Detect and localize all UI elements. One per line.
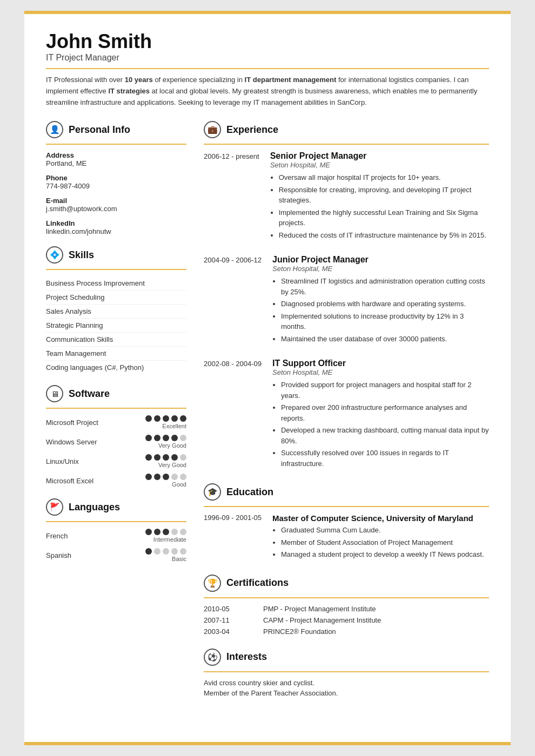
email-item: E-mail j.smith@uptowork.com — [46, 197, 186, 213]
rating-block: Intermediate — [145, 529, 186, 543]
rating-dots — [145, 435, 186, 441]
briefcase-icon: 💼 — [204, 121, 221, 138]
education-divider — [204, 506, 489, 507]
languages-divider — [46, 521, 186, 522]
rating-block: Very Good — [145, 454, 186, 468]
interests-divider — [204, 671, 489, 672]
exp-company: Seton Hospital, ME — [272, 265, 489, 273]
exp-bullet: Reduced the costs of IT infrastructure m… — [279, 230, 489, 241]
exp-company: Seton Hospital, ME — [270, 161, 489, 169]
exp-bullet: Maintained the user database of over 300… — [281, 334, 489, 345]
skills-section: 💠 Skills Business Process ImprovementPro… — [46, 246, 186, 374]
software-name: Microsoft Project — [46, 418, 105, 427]
certifications-divider — [204, 597, 489, 598]
software-list: Microsoft ProjectExcellentWindows Server… — [46, 415, 186, 488]
languages-section: 🚩 Languages FrenchIntermediateSpanishBas… — [46, 498, 186, 562]
exp-content: IT Support OfficerSeton Hospital, MEProv… — [272, 359, 489, 470]
skill-item: Project Scheduling — [46, 291, 186, 305]
exp-title: Senior Project Manager — [270, 151, 489, 161]
cert-date: 2003-04 — [204, 627, 252, 636]
language-name: Spanish — [46, 551, 105, 559]
exp-title: Junior Project Manager — [272, 255, 489, 265]
rating-block: Very Good — [145, 435, 186, 449]
rating-dots — [145, 548, 186, 555]
interest-item: Member of the Parent Teacher Association… — [204, 689, 489, 697]
skills-icon: 💠 — [46, 246, 63, 264]
education-section: 🎓 Education 1996-09 - 2001-05Master of C… — [204, 483, 489, 562]
cert-text: CAPM - Project Management Institute — [263, 616, 381, 624]
exp-bullet: Developed a new tracking dashboard, cutt… — [281, 425, 489, 446]
rating-dot — [180, 474, 186, 480]
rating-dot — [180, 529, 186, 535]
personal-info-title: Personal Info — [69, 124, 130, 136]
address-item: Address Portland, ME — [46, 151, 186, 167]
skill-item: Sales Analysis — [46, 305, 186, 319]
edu-bullets: Graduated Summa Cum Laude.Member of Stud… — [272, 525, 489, 560]
certifications-heading: 🏆 Certifications — [204, 575, 489, 592]
two-column-layout: 👤 Personal Info Address Portland, ME Pho… — [46, 121, 489, 710]
certification-entry: 2010-05PMP - Project Management Institut… — [204, 605, 489, 613]
rating-dot — [171, 454, 178, 461]
email-value: j.smith@uptowork.com — [46, 205, 186, 213]
skills-heading: 💠 Skills — [46, 246, 186, 264]
rating-dot — [145, 415, 152, 422]
education-entry: 1996-09 - 2001-05Master of Computer Scie… — [204, 514, 489, 562]
candidate-name: John Smith — [46, 30, 489, 53]
rating-block: Excellent — [145, 415, 186, 429]
cert-text: PRINCE2® Foundation — [263, 627, 336, 636]
linkedin-label: LinkedIn — [46, 219, 186, 227]
edu-bullet: Member of Student Association of Project… — [281, 537, 489, 548]
software-name: Linux/Unix — [46, 457, 105, 465]
rating-dot — [180, 435, 186, 441]
interests-heading: ⚽ Interests — [204, 649, 489, 666]
experience-entry: 2006-12 - presentSenior Project ManagerS… — [204, 151, 489, 242]
exp-bullet: Responsible for creating, improving, and… — [279, 185, 489, 206]
rating-dot — [171, 474, 178, 480]
header-divider — [46, 68, 489, 69]
cert-date: 2010-05 — [204, 605, 252, 613]
rating-dot — [163, 415, 169, 422]
certification-entry: 2003-04PRINCE2® Foundation — [204, 627, 489, 636]
exp-date: 2004-09 - 2006-12 — [204, 255, 262, 346]
email-label: E-mail — [46, 197, 186, 205]
experience-list: 2006-12 - presentSenior Project ManagerS… — [204, 151, 489, 470]
exp-bullet: Provided support for project managers an… — [281, 380, 489, 401]
exp-bullets: Streamlined IT logistics and administrat… — [272, 276, 489, 344]
rating-dot — [171, 435, 178, 441]
cert-date: 2007-11 — [204, 616, 252, 624]
rating-dot — [145, 454, 152, 461]
phone-item: Phone 774-987-4009 — [46, 174, 186, 190]
rating-label: Intermediate — [145, 536, 186, 543]
experience-title: Experience — [226, 124, 278, 136]
exp-bullet: Streamlined IT logistics and administrat… — [281, 276, 489, 297]
edu-bullet: Managed a student project to develop a w… — [281, 549, 489, 560]
rating-dot — [163, 548, 169, 555]
rating-block: Good — [145, 474, 186, 488]
rating-dot — [154, 529, 160, 535]
edu-content: Master of Computer Science, University o… — [272, 514, 489, 562]
phone-label: Phone — [46, 174, 186, 182]
interest-item: Avid cross country skier and cyclist. — [204, 679, 489, 687]
education-list: 1996-09 - 2001-05Master of Computer Scie… — [204, 514, 489, 562]
certifications-section: 🏆 Certifications 2010-05PMP - Project Ma… — [204, 575, 489, 636]
rating-dots — [145, 474, 186, 480]
education-heading: 🎓 Education — [204, 483, 489, 501]
certifications-title: Certifications — [226, 577, 289, 589]
personal-info-heading: 👤 Personal Info — [46, 121, 186, 138]
interests-icon: ⚽ — [204, 649, 221, 666]
linkedin-item: LinkedIn linkedin.com/johnutw — [46, 219, 186, 235]
rating-dot — [163, 474, 169, 480]
experience-section: 💼 Experience 2006-12 - presentSenior Pro… — [204, 121, 489, 470]
rating-dot — [145, 435, 152, 441]
exp-bullet: Oversaw all major hospital IT projects f… — [279, 172, 489, 183]
linkedin-value: linkedin.com/johnutw — [46, 227, 186, 235]
rating-dot — [145, 529, 152, 535]
experience-entry: 2004-09 - 2006-12Junior Project ManagerS… — [204, 255, 489, 346]
languages-list: FrenchIntermediateSpanishBasic — [46, 529, 186, 562]
exp-bullet: Prepared over 200 infrastructure perform… — [281, 402, 489, 423]
edu-date: 1996-09 - 2001-05 — [204, 514, 262, 562]
personal-info-divider — [46, 144, 186, 145]
software-item: Microsoft ExcelGood — [46, 474, 186, 488]
rating-dot — [145, 548, 152, 555]
experience-entry: 2002-08 - 2004-09IT Support OfficerSeton… — [204, 359, 489, 470]
